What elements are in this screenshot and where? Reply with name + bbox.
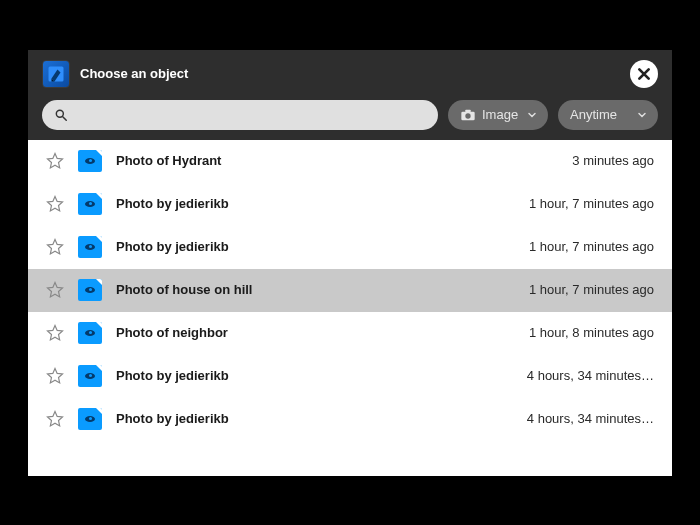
star-icon [46,367,64,385]
app-icon [42,60,70,88]
item-time: 1 hour, 7 minutes ago [529,239,654,254]
item-title: Photo by jedierikb [116,368,513,383]
image-file-icon [78,150,102,172]
filter-type-label: Image [482,107,520,122]
item-time: 1 hour, 7 minutes ago [529,282,654,297]
item-time: 4 hours, 34 minutes… [527,368,654,383]
dialog-title: Choose an object [80,66,620,81]
item-time: 3 minutes ago [572,153,654,168]
star-icon [46,281,64,299]
list-item[interactable]: Photo by jedierikb4 hours, 34 minutes… [28,398,672,441]
object-list[interactable]: Photo of Hydrant3 minutes agoPhoto by je… [28,140,672,476]
item-title: Photo by jedierikb [116,196,515,211]
camera-icon [460,107,476,123]
star-toggle[interactable] [46,152,64,170]
item-time: 4 hours, 34 minutes… [527,411,654,426]
list-item[interactable]: Photo of house on hill1 hour, 7 minutes … [28,269,672,312]
list-item[interactable]: Photo by jedierikb1 hour, 7 minutes ago [28,183,672,226]
star-toggle[interactable] [46,410,64,428]
star-icon [46,195,64,213]
image-file-icon [78,322,102,344]
image-file-icon [78,408,102,430]
list-item[interactable]: Photo of neighbor1 hour, 8 minutes ago [28,312,672,355]
star-toggle[interactable] [46,281,64,299]
svg-rect-4 [465,109,470,112]
svg-point-3 [465,113,470,118]
star-icon [46,410,64,428]
chevron-down-icon [526,109,538,121]
item-time: 1 hour, 8 minutes ago [529,325,654,340]
search-icon [54,108,68,122]
header-toolbar: Image Anytime [42,100,658,130]
list-item[interactable]: Photo of Hydrant3 minutes ago [28,140,672,183]
star-toggle[interactable] [46,367,64,385]
image-file-icon [78,193,102,215]
item-title: Photo by jedierikb [116,411,513,426]
close-icon [636,66,652,82]
chevron-down-icon [636,109,648,121]
paint-app-icon [47,65,65,83]
filter-time-dropdown[interactable]: Anytime [558,100,658,130]
item-title: Photo of Hydrant [116,153,558,168]
list-item[interactable]: Photo by jedierikb4 hours, 34 minutes… [28,355,672,398]
image-file-icon [78,236,102,258]
header-top-row: Choose an object [42,60,658,88]
star-toggle[interactable] [46,195,64,213]
search-field-wrap[interactable] [42,100,438,130]
object-chooser-dialog: Choose an object [26,48,674,478]
close-button[interactable] [630,60,658,88]
item-title: Photo of house on hill [116,282,515,297]
item-title: Photo by jedierikb [116,239,515,254]
dialog-header: Choose an object [28,50,672,140]
star-icon [46,152,64,170]
item-title: Photo of neighbor [116,325,515,340]
search-input[interactable] [76,107,426,122]
star-toggle[interactable] [46,324,64,342]
filter-type-dropdown[interactable]: Image [448,100,548,130]
filter-time-label: Anytime [570,107,630,122]
list-item[interactable]: Photo by jedierikb1 hour, 7 minutes ago [28,226,672,269]
star-icon [46,324,64,342]
star-toggle[interactable] [46,238,64,256]
item-time: 1 hour, 7 minutes ago [529,196,654,211]
image-file-icon [78,279,102,301]
star-icon [46,238,64,256]
image-file-icon [78,365,102,387]
